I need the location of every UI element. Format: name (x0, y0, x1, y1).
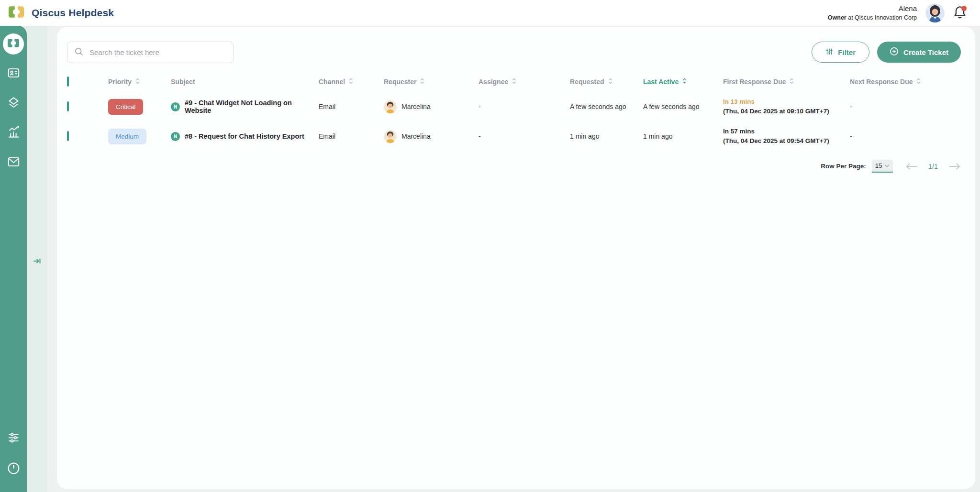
ticket-subject[interactable]: #9 - Chat Widget Not Loading on Website (185, 99, 319, 114)
sidebar-item-mail[interactable] (3, 152, 24, 173)
column-header-assignee[interactable]: Assignee (479, 77, 570, 86)
requester-avatar (384, 100, 397, 113)
ticket-assignee: - (479, 132, 570, 140)
sidebar-icons (3, 33, 24, 173)
priority-badge: Critical (108, 99, 143, 115)
settings-sliders-icon (7, 431, 20, 446)
filter-button[interactable]: Filter (812, 42, 869, 63)
ticket-assignee: - (479, 103, 570, 110)
search-box (67, 42, 234, 63)
select-all-checkbox[interactable] (67, 77, 69, 87)
column-header-last-active[interactable]: Last Active (643, 77, 723, 86)
row-checkbox[interactable] (67, 131, 69, 141)
expand-arrow-icon (33, 257, 42, 267)
sort-icon-active (682, 77, 687, 86)
contact-card-icon (7, 66, 20, 81)
user-info: Alena Owner at Qiscus Innovation Corp (828, 4, 917, 22)
column-header-priority[interactable]: Priority (108, 77, 171, 86)
toolbar-buttons: Filter Create Ticket (812, 42, 961, 63)
page-navigation: 1/1 (905, 163, 961, 170)
rows-per-page-select[interactable]: 15 (872, 160, 893, 173)
column-header-first-response-due[interactable]: First Response Due (723, 77, 850, 86)
rows-per-page-label: Row Per Page: (821, 163, 866, 170)
sidebar-item-logout[interactable] (3, 459, 24, 480)
ticket-table: Priority Subject Channel Requester Assig… (67, 72, 961, 151)
sidebar-item-analytics[interactable] (3, 122, 24, 143)
sort-icon (789, 77, 794, 86)
column-header-requested[interactable]: Requested (570, 77, 643, 86)
analytics-icon (7, 126, 20, 141)
ticket-last-active: 1 min ago (643, 132, 723, 140)
column-header-subject[interactable]: Subject (171, 78, 319, 86)
chevron-down-icon (884, 162, 890, 169)
requester-name: Marcelina (401, 132, 431, 140)
priority-badge: Medium (108, 129, 146, 144)
row-checkbox[interactable] (67, 101, 69, 111)
sidebar-item-settings[interactable] (3, 428, 24, 449)
sort-icon (608, 77, 613, 86)
pagination: Row Per Page: 15 1/1 (67, 160, 961, 173)
sort-icon (916, 77, 921, 86)
mail-icon (7, 155, 20, 170)
ticket-channel: Email (319, 103, 384, 110)
previous-page-arrow-icon[interactable] (905, 163, 918, 170)
plus-circle-icon (890, 47, 899, 57)
filter-button-label: Filter (838, 48, 856, 56)
search-icon (74, 47, 84, 58)
user-avatar[interactable] (925, 3, 945, 22)
first-response-due: In 57 mins (Thu, 04 Dec 2025 at 09:54 GM… (723, 127, 850, 146)
column-header-next-response-due[interactable]: Next Response Due (850, 77, 961, 86)
ticket-channel: Email (319, 132, 384, 140)
filter-sliders-icon (825, 48, 833, 57)
ticket-subject[interactable]: #8 - Request for Chat History Export (185, 132, 304, 140)
first-response-due: In 13 mins (Thu, 04 Dec 2025 at 09:10 GM… (723, 97, 850, 117)
user-name: Alena (828, 4, 917, 13)
ticket-requested: A few seconds ago (570, 103, 643, 110)
sidebar-item-products[interactable] (3, 93, 24, 114)
table-header-row: Priority Subject Channel Requester Assig… (67, 72, 961, 92)
sidebar-item-contacts[interactable] (3, 63, 24, 84)
sidebar-item-tickets[interactable] (3, 33, 24, 55)
sort-icon (348, 77, 354, 86)
table-row[interactable]: Critical N #9 - Chat Widget Not Loading … (67, 92, 961, 121)
new-status-icon: N (171, 102, 180, 111)
sort-icon (420, 77, 425, 86)
header-select-all (67, 77, 108, 86)
requester-avatar (384, 130, 397, 143)
notification-unread-dot (961, 6, 967, 11)
next-response-due: - (850, 103, 961, 110)
notification-bell-icon[interactable] (953, 5, 968, 21)
create-ticket-button[interactable]: Create Ticket (877, 42, 961, 63)
app-title: Qiscus Helpdesk (32, 7, 114, 19)
next-page-arrow-icon[interactable] (948, 163, 961, 170)
search-input[interactable] (89, 48, 226, 56)
new-status-icon: N (171, 132, 180, 141)
column-header-channel[interactable]: Channel (319, 77, 384, 86)
user-area: Alena Owner at Qiscus Innovation Corp (828, 3, 968, 22)
next-response-due: - (850, 132, 961, 140)
ticket-last-active: A few seconds ago (643, 103, 723, 110)
due-countdown: In 57 mins (723, 127, 850, 136)
column-header-requester[interactable]: Requester (384, 77, 479, 86)
expand-panel-button[interactable] (31, 255, 44, 269)
due-date: (Thu, 04 Dec 2025 at 09:10 GMT+7) (723, 108, 829, 115)
ticket-icon (8, 39, 19, 49)
power-icon (7, 461, 21, 477)
layers-icon (7, 96, 20, 111)
user-role: Owner at Qiscus Innovation Corp (828, 14, 917, 22)
sidebar (0, 26, 27, 492)
sort-icon (512, 77, 517, 86)
due-date: (Thu, 04 Dec 2025 at 09:54 GMT+7) (723, 137, 829, 144)
page-indicator: 1/1 (928, 163, 938, 170)
qiscus-logo-icon (9, 6, 24, 20)
create-ticket-button-label: Create Ticket (903, 48, 948, 56)
rows-per-page: Row Per Page: 15 (821, 160, 893, 173)
sidebar-bottom (3, 428, 24, 480)
toolbar: Filter Create Ticket (67, 42, 961, 63)
brand: Qiscus Helpdesk (9, 6, 114, 20)
requester-name: Marcelina (401, 103, 431, 110)
sort-icon (135, 77, 140, 86)
table-row[interactable]: Medium N #8 - Request for Chat History E… (67, 121, 961, 151)
ticket-requested: 1 min ago (570, 132, 643, 140)
ticket-list-panel: Filter Create Ticket Priority (57, 27, 975, 489)
